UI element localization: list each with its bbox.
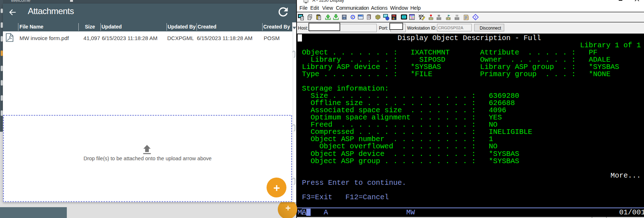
svg-text:SQL: SQL	[392, 15, 396, 17]
svg-text:?: ?	[474, 15, 476, 19]
